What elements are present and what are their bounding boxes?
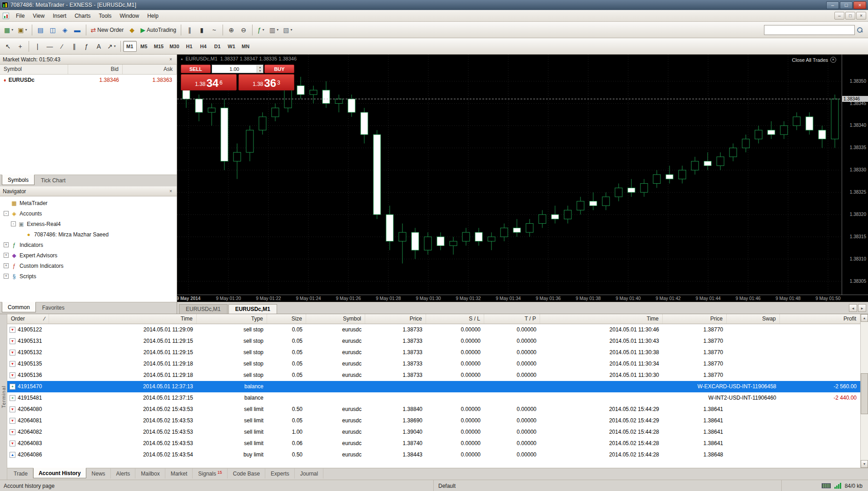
timeframe-m1[interactable]: M1	[123, 41, 137, 52]
history-row-42064081[interactable]: ▼420640812014.05.02 15:43:53sell limit0.…	[7, 415, 860, 426]
chart-line-button[interactable]: ~	[208, 24, 220, 36]
scroll-down-icon[interactable]: ▼	[861, 460, 868, 468]
chart-plot[interactable]	[177, 55, 841, 295]
menu-insert[interactable]: Insert	[49, 11, 70, 21]
history-row-41905136[interactable]: ▼419051362014.05.01 11:29:18sell stop0.0…	[7, 370, 860, 381]
timeframe-m5[interactable]: M5	[137, 41, 151, 52]
column-header-size[interactable]: Size	[267, 314, 306, 324]
chart-tab-eurusdc-m1[interactable]: EURUSDc,M1	[179, 304, 228, 314]
history-row-42064082[interactable]: ▼420640822014.05.02 15:43:53sell limit1.…	[7, 426, 860, 438]
column-ask[interactable]: Ask	[123, 65, 177, 74]
timeframe-mn[interactable]: MN	[239, 41, 253, 52]
text-button[interactable]: A	[93, 40, 105, 52]
periods-button[interactable]: ▥▾	[267, 24, 281, 36]
menu-file[interactable]: File	[12, 11, 29, 21]
navigator-item-indicators[interactable]: +ƒIndicators	[0, 240, 177, 250]
history-row-42064086[interactable]: ▲420640862014.05.02 15:43:54buy limit0.5…	[7, 449, 860, 461]
navigator-item-accounts[interactable]: -◈Accounts	[0, 208, 177, 219]
market-watch-tab-tick-chart[interactable]: Tick Chart	[35, 175, 71, 185]
indicators-button[interactable]: ƒ▾	[255, 24, 267, 36]
channel-button[interactable]: ∥	[68, 40, 80, 52]
column-header-t-p[interactable]: T / P	[484, 314, 540, 324]
terminal-tab-signals[interactable]: Signals15	[193, 468, 227, 479]
navigator-item-custom-indicators[interactable]: +ƒCustom Indicators	[0, 261, 177, 271]
price-axis[interactable]: 1.383501.383451.383401.383351.383301.383…	[842, 55, 868, 295]
time-axis[interactable]: 9 May 20149 May 01:209 May 01:229 May 01…	[177, 295, 868, 302]
tabs-scroll-right-icon[interactable]: ▸	[858, 304, 866, 312]
navigator-item-exness-real4[interactable]: -▣Exness-Real4	[0, 219, 177, 229]
collapse-icon[interactable]: -	[4, 211, 9, 216]
menu-view[interactable]: View	[29, 11, 49, 21]
navigator-tab-favorites[interactable]: Favorites	[36, 302, 70, 313]
timeframe-d1[interactable]: D1	[211, 41, 224, 52]
menu-help[interactable]: Help	[143, 11, 163, 21]
chart-area[interactable]: 1.383501.383451.383401.383351.383301.383…	[177, 55, 868, 302]
timeframe-m15[interactable]: M15	[151, 41, 166, 52]
new-order-button[interactable]: ⇄New Order	[89, 24, 126, 36]
history-row-41905135[interactable]: ▼419051352014.05.01 11:29:18sell stop0.0…	[7, 358, 860, 370]
trendline-button[interactable]: ∕	[56, 40, 68, 52]
expand-icon[interactable]: +	[4, 274, 9, 279]
expand-icon[interactable]: +	[4, 253, 9, 258]
mdi-minimize-button[interactable]: –	[834, 12, 844, 20]
data-window-toggle[interactable]: ◫	[47, 24, 59, 36]
zoom-out-button[interactable]: ⊖	[238, 24, 250, 36]
collapse-icon[interactable]: -	[11, 221, 16, 226]
timeframe-m30[interactable]: M30	[167, 41, 182, 52]
scroll-up-icon[interactable]: ▲	[861, 314, 868, 322]
column-header-swap-close[interactable]: Swap	[727, 314, 780, 324]
history-row-41905122[interactable]: ▼419051222014.05.01 11:29:09sell stop0.0…	[7, 324, 860, 336]
buy-button[interactable]: BUY	[264, 65, 294, 73]
terminal-tab-mailbox[interactable]: Mailbox	[135, 468, 165, 479]
ask-price-display[interactable]: 1.38 36 3	[238, 74, 294, 90]
column-header-profit-close[interactable]: Profit	[780, 314, 860, 324]
mdi-close-button[interactable]: ×	[856, 12, 866, 20]
market-watch-row[interactable]: ♦EURUSDc1.383461.38363	[0, 75, 177, 85]
metaeditor-button[interactable]: ◆	[126, 24, 138, 36]
navigator-toggle[interactable]: ◈	[59, 24, 71, 36]
navigator-tab-common[interactable]: Common	[2, 302, 36, 312]
terminal-tab-journal[interactable]: Journal	[295, 468, 323, 479]
fibonacci-button[interactable]: ƒ	[80, 40, 93, 52]
search-icon[interactable]	[857, 27, 863, 33]
terminal-tab-account-history[interactable]: Account History	[33, 468, 86, 478]
arrows-button[interactable]: ↗▾	[105, 40, 118, 52]
vertical-line-button[interactable]: |	[31, 40, 44, 52]
market-watch-tab-symbols[interactable]: Symbols	[2, 175, 35, 185]
close-button[interactable]: ×	[853, 1, 866, 9]
market-watch-close-icon[interactable]: ×	[168, 56, 174, 63]
timeframe-h1[interactable]: H1	[183, 41, 196, 52]
maximize-button[interactable]: □	[840, 1, 853, 9]
history-row-42064080[interactable]: ▼420640802014.05.02 15:43:53sell limit0.…	[7, 404, 860, 415]
terminal-scrollbar[interactable]: ▲ ▼	[860, 314, 868, 468]
sell-button[interactable]: SELL	[181, 65, 211, 73]
navigator-item-metatrader[interactable]: ▦MetaTrader	[0, 198, 177, 208]
column-header-symbol[interactable]: Symbol	[306, 314, 365, 324]
profiles-button[interactable]: ▣▾	[15, 24, 29, 36]
column-header-order[interactable]: Order∕	[7, 314, 49, 324]
navigator-item-7087486-mirza-mazhar-saeed[interactable]: ●7087486: Mirza Mazhar Saeed	[0, 229, 177, 240]
timeframe-w1[interactable]: W1	[225, 41, 238, 52]
tabs-scroll-left-icon[interactable]: ◂	[849, 304, 857, 312]
column-header-time[interactable]: Time	[49, 314, 197, 324]
column-bid[interactable]: Bid	[68, 65, 123, 74]
history-row-41915470[interactable]: +419154702014.05.01 12:37:13balanceW-EXC…	[7, 381, 860, 392]
navigator-close-icon[interactable]: ×	[168, 188, 174, 195]
autotrading-button[interactable]: ▶AutoTrading	[138, 24, 179, 36]
expand-icon[interactable]: +	[4, 263, 9, 268]
column-header-price[interactable]: Price	[365, 314, 426, 324]
volume-field[interactable]: 1.00 ▲▼	[212, 65, 263, 73]
status-profile[interactable]: Default	[434, 480, 782, 491]
terminal-tab-news[interactable]: News	[86, 468, 111, 479]
volume-down-icon[interactable]: ▼	[257, 69, 263, 73]
column-header-time-close[interactable]: Time	[540, 314, 663, 324]
expand-icon[interactable]: +	[4, 242, 9, 247]
terminal-tab-market[interactable]: Market	[165, 468, 193, 479]
templates-button[interactable]: ▧▾	[281, 24, 294, 36]
horizontal-line-button[interactable]: —	[44, 40, 56, 52]
chart-bars-button[interactable]: ∥	[184, 24, 196, 36]
volume-up-icon[interactable]: ▲	[257, 65, 263, 69]
column-header-type[interactable]: Type	[197, 314, 267, 324]
navigator-item-scripts[interactable]: +§Scripts	[0, 271, 177, 281]
zoom-in-button[interactable]: ⊕	[225, 24, 238, 36]
